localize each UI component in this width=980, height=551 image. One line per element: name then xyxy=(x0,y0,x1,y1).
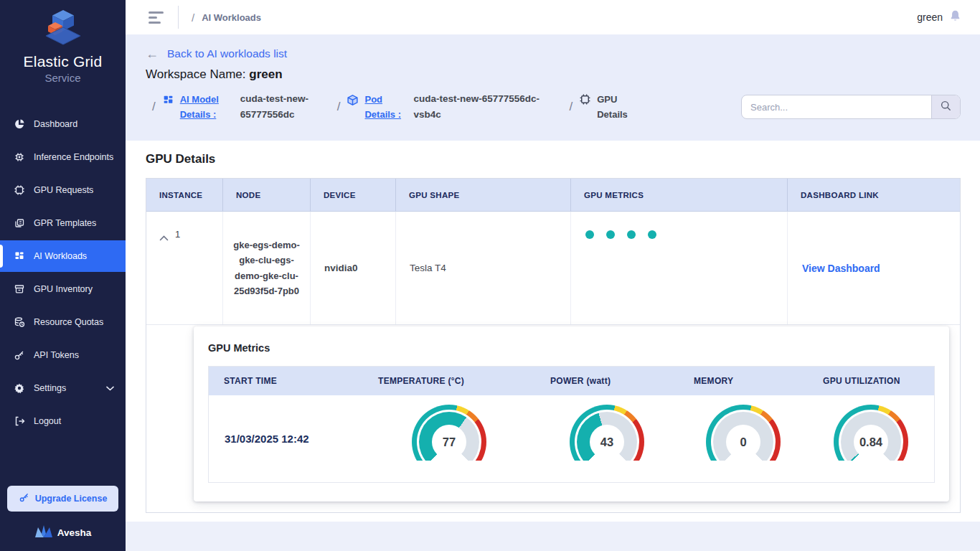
back-link-row[interactable]: ← Back to AI workloads list xyxy=(146,47,961,60)
ai-model-details-link[interactable]: AI Model Details : xyxy=(180,92,230,123)
gpu-shape-cell: Tesla T4 xyxy=(396,212,571,324)
breadcrumb[interactable]: AI Workloads xyxy=(202,12,261,23)
avesha-crown-icon xyxy=(34,524,53,541)
power-gauge-cell: 43 xyxy=(535,395,679,482)
metrics-panel-title: GPU Metrics xyxy=(208,342,935,354)
metric-dot xyxy=(627,230,636,239)
col-device: DEVICE xyxy=(311,179,396,211)
search-button[interactable] xyxy=(931,95,960,118)
search-input[interactable] xyxy=(742,95,931,118)
sidebar-item-api-tokens[interactable]: API Tokens xyxy=(0,339,126,371)
logout-icon xyxy=(13,415,26,428)
topbar-divider xyxy=(178,6,179,29)
table-header: INSTANCE NODE DEVICE GPU SHAPE GPU METRI… xyxy=(146,179,960,212)
metrics-subtable-header: START TIME TEMPERATURE (°C) POWER (watt)… xyxy=(209,367,934,395)
ai-model-icon xyxy=(162,94,174,109)
ai-model-value: cuda-test-new-65777556dc xyxy=(240,91,331,123)
gpu-utilization-gauge: 0.84 xyxy=(834,405,908,461)
gpu-metrics-panel: GPU Metrics START TIME TEMPERATURE (°C) … xyxy=(194,326,949,501)
topbar-user: green xyxy=(917,9,961,25)
sidebar-item-label: Settings xyxy=(34,383,66,393)
crumb-gpu: GPU Details xyxy=(579,92,637,123)
gpu-details-icon xyxy=(579,93,591,108)
section-title: GPU Details xyxy=(146,152,961,166)
back-link[interactable]: Back to AI workloads list xyxy=(167,47,287,60)
col-start-time: START TIME xyxy=(209,367,363,395)
gpu-details-table: INSTANCE NODE DEVICE GPU SHAPE GPU METRI… xyxy=(146,178,961,513)
bell-icon[interactable] xyxy=(949,9,961,25)
sidebar-item-label: AI Workloads xyxy=(34,251,87,261)
sidebar-item-label: Dashboard xyxy=(34,119,77,129)
pod-details-link[interactable]: Pod Details : xyxy=(364,92,403,123)
col-gpu-shape: GPU SHAPE xyxy=(396,179,571,211)
brand-title: Elastic Grid xyxy=(0,53,126,70)
gpu-details-label: GPU Details xyxy=(597,92,637,123)
upgrade-license-label: Upgrade License xyxy=(35,494,108,504)
sidebar-item-resource-quotas[interactable]: Resource Quotas xyxy=(0,306,126,338)
sidebar-item-inference-endpoints[interactable]: Inference Endpoints xyxy=(0,141,126,173)
inference-endpoints-icon xyxy=(13,151,26,164)
node-name: gke-egs-demo-gke-clu-egs-demo-gke-clu-25… xyxy=(229,237,305,298)
view-dashboard-link[interactable]: View Dashboard xyxy=(802,263,880,274)
menu-toggle-icon[interactable] xyxy=(149,11,164,24)
chevron-down-icon xyxy=(106,383,114,393)
sidebar-item-gpu-requests[interactable]: GPU Requests xyxy=(0,174,126,206)
crumb-ai-model: AI Model Details : xyxy=(162,92,230,123)
gpu-inventory-icon xyxy=(13,283,26,296)
gpu-requests-icon xyxy=(13,184,26,197)
sidebar-item-logout[interactable]: Logout xyxy=(0,405,126,437)
gauge-value: 77 xyxy=(443,435,456,449)
node-cell: gke-egs-demo-gke-clu-egs-demo-gke-clu-25… xyxy=(223,212,311,324)
metric-dot xyxy=(648,230,656,239)
workspace-label: Workspace Name: xyxy=(146,67,246,81)
pod-value: cuda-test-new-65777556dc-vsb4c xyxy=(413,91,562,123)
col-gpu-metrics: GPU METRICS xyxy=(571,179,788,211)
sidebar-footer: Upgrade License Avesha xyxy=(0,486,126,551)
col-gpu-utilization: GPU UTILIZATION xyxy=(808,367,934,395)
key-icon xyxy=(19,492,29,505)
col-power: POWER (watt) xyxy=(535,367,679,395)
col-instance: INSTANCE xyxy=(146,179,223,211)
content: GPU Details INSTANCE NODE DEVICE GPU SHA… xyxy=(126,141,980,522)
sidebar-item-gpu-inventory[interactable]: GPU Inventory xyxy=(0,273,126,305)
sidebar-item-ai-workloads[interactable]: AI Workloads xyxy=(0,240,126,272)
power-gauge: 43 xyxy=(570,405,644,461)
memory-gauge: 0 xyxy=(706,405,781,461)
metric-dot xyxy=(606,230,615,239)
collapse-chevron-icon[interactable] xyxy=(159,231,169,244)
sidebar-item-label: GPU Requests xyxy=(34,185,93,195)
gauge-value: 0.84 xyxy=(859,435,882,449)
topbar: / AI Workloads green xyxy=(126,0,980,34)
metrics-subtable: START TIME TEMPERATURE (°C) POWER (watt)… xyxy=(208,366,935,483)
sidebar: Elastic Grid Service Dashboard Inference… xyxy=(0,0,126,551)
settings-icon xyxy=(13,382,26,395)
back-arrow-icon: ← xyxy=(146,47,159,60)
start-time-value: 31/03/2025 12:42 xyxy=(209,395,363,482)
avesha-label: Avesha xyxy=(57,527,92,538)
gpr-templates-icon xyxy=(13,217,26,230)
col-dashboard-link: DASHBOARD LINK xyxy=(788,179,960,211)
crumb-slash: / xyxy=(337,100,341,114)
detail-breadcrumbs: / AI Model Details : cuda-test-new-65777… xyxy=(146,91,961,123)
breadcrumb-slash: / xyxy=(192,11,194,24)
gauge-value: 43 xyxy=(600,435,613,449)
sidebar-item-label: Resource Quotas xyxy=(34,317,103,327)
instance-cell: 1 xyxy=(146,212,223,324)
sidebar-item-gpr-templates[interactable]: GPR Templates xyxy=(0,207,126,239)
metrics-row: 31/03/2025 12:42 77 xyxy=(209,395,934,482)
page-background xyxy=(126,522,980,551)
resource-quotas-icon xyxy=(13,316,26,329)
main-area: / AI Workloads green ← Back to AI worklo… xyxy=(126,0,980,551)
sidebar-nav: Dashboard Inference Endpoints GPU Reques… xyxy=(0,108,126,438)
search-box xyxy=(741,95,961,119)
memory-gauge-cell: 0 xyxy=(679,395,808,482)
instance-number: 1 xyxy=(175,229,180,240)
sidebar-item-settings[interactable]: Settings xyxy=(0,372,126,404)
brand-subtitle: Service xyxy=(0,72,126,84)
search-icon xyxy=(940,100,952,114)
col-temperature: TEMPERATURE (°C) xyxy=(363,367,535,395)
upgrade-license-button[interactable]: Upgrade License xyxy=(7,486,119,512)
col-memory: MEMORY xyxy=(679,367,808,395)
dashboard-link-cell: View Dashboard xyxy=(788,212,960,324)
sidebar-item-dashboard[interactable]: Dashboard xyxy=(0,108,126,140)
